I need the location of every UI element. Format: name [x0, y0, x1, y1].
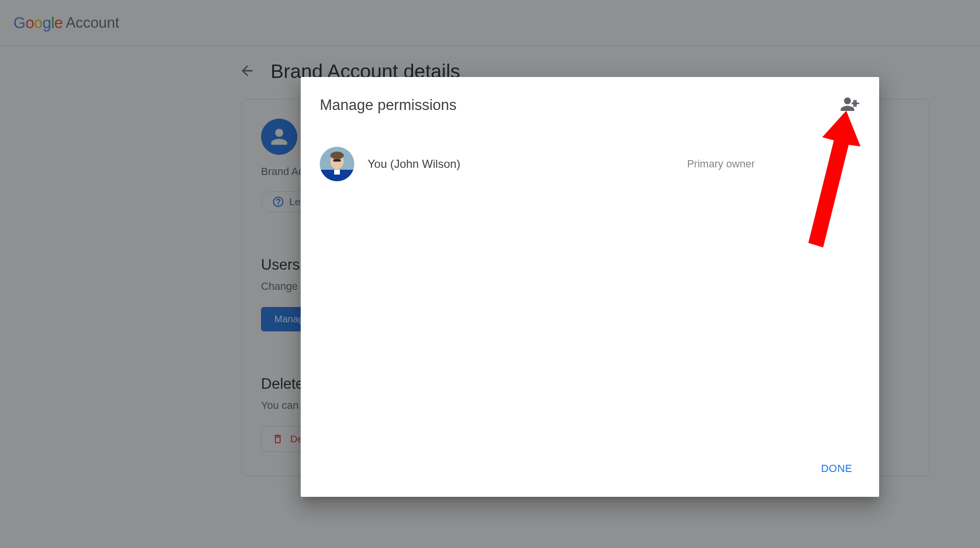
user-avatar: [320, 147, 354, 181]
manage-permissions-dialog: Manage permissions You (John Wilson) Pri…: [301, 77, 879, 497]
svg-rect-5: [334, 170, 340, 175]
user-name: You (John Wilson): [368, 157, 674, 171]
dialog-header: Manage permissions: [320, 94, 860, 116]
user-role: Primary owner: [687, 158, 755, 170]
dialog-footer: DONE: [320, 458, 860, 480]
svg-point-3: [330, 152, 344, 159]
add-person-icon[interactable]: [840, 94, 860, 116]
svg-rect-4: [333, 159, 341, 162]
permission-user-row: You (John Wilson) Primary owner: [320, 147, 860, 181]
done-button[interactable]: DONE: [813, 458, 860, 480]
dialog-title: Manage permissions: [320, 97, 457, 114]
